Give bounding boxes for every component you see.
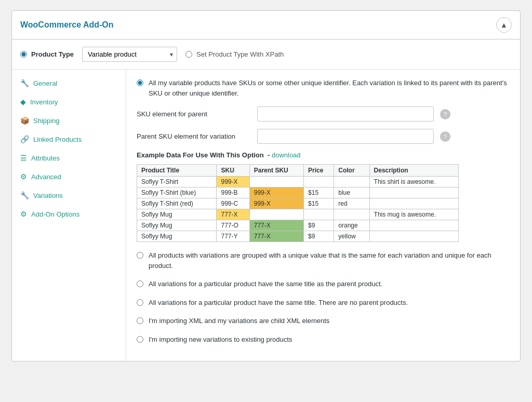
cell-parent-sku: 999-X xyxy=(249,187,303,198)
radio-option-2-input[interactable] xyxy=(137,252,143,259)
radio-option-2-label: All products with variations are grouped… xyxy=(149,250,510,271)
xpath-option[interactable]: Set Product Type With XPath xyxy=(185,50,284,58)
woocommerce-addon-panel: WooCommerce Add-On ▲ Product Type Variab… xyxy=(11,10,521,361)
gear-icon: ⚙ xyxy=(20,172,27,181)
cell-color xyxy=(334,177,369,187)
sidebar-item-label: Variations xyxy=(33,192,63,199)
sku-parent-input[interactable] xyxy=(257,106,434,122)
sidebar-item-label: Linked Products xyxy=(33,136,82,143)
example-heading: Example Data For Use With This Option - … xyxy=(137,151,510,159)
variations-icon: 🔧 xyxy=(20,191,29,199)
cell-price xyxy=(304,177,334,187)
chevron-up-icon: ▲ xyxy=(500,21,508,29)
sidebar-item-linked-products[interactable]: 🔗 Linked Products xyxy=(12,130,126,149)
collapse-button[interactable]: ▲ xyxy=(496,17,512,33)
cell-title: Soflyy T-Shirt xyxy=(137,177,217,187)
sku-variation-help-icon[interactable]: ? xyxy=(440,131,450,142)
sidebar: 🔧 General ◆ Inventory 📦 Shipping 🔗 Linke… xyxy=(12,70,126,361)
sku-variation-label: Parent SKU element for variation xyxy=(137,132,251,140)
cell-sku: 999-C xyxy=(217,198,249,209)
sidebar-item-general[interactable]: 🔧 General xyxy=(12,74,126,92)
radio-option-6-label: I'm importing new variations to existing… xyxy=(149,334,292,345)
sku-parent-label: SKU element for parent xyxy=(137,110,251,118)
radio-option-5[interactable]: I'm importing XML and my variations are … xyxy=(137,316,510,326)
addon-icon: ⚙ xyxy=(20,210,27,218)
cell-title: Soflyy T-Shirt (blue) xyxy=(137,187,217,198)
sidebar-item-label: Inventory xyxy=(30,98,58,106)
table-row: Soflyy Mug 777-O 777-X $9 orange xyxy=(137,220,459,231)
radio-option-5-label: I'm importing XML and my variations are … xyxy=(149,316,329,326)
sidebar-item-label: General xyxy=(33,79,57,87)
sidebar-item-shipping[interactable]: 📦 Shipping xyxy=(12,111,126,130)
cell-parent-sku: 999-X xyxy=(249,198,303,209)
panel-title: WooCommerce Add-On xyxy=(20,20,114,30)
panel-header: WooCommerce Add-On ▲ xyxy=(12,11,520,39)
table-row: Soflyy Mug 777-Y 777-X $9 yellow xyxy=(137,231,459,242)
cell-sku: 777-X xyxy=(217,209,249,220)
sidebar-item-label: Shipping xyxy=(33,117,60,125)
cell-price: $15 xyxy=(304,187,334,198)
radio-option-2[interactable]: All products with variations are grouped… xyxy=(137,250,510,271)
radio-option-6-input[interactable] xyxy=(137,336,143,343)
cell-parent-sku: 777-X xyxy=(249,220,303,231)
sidebar-item-variations[interactable]: 🔧 Variations xyxy=(12,186,126,205)
sku-parent-help-icon[interactable]: ? xyxy=(440,109,450,119)
col-price: Price xyxy=(304,165,334,177)
cell-color: orange xyxy=(334,220,369,231)
radio-option-3[interactable]: All variations for a particular product … xyxy=(137,279,510,289)
cell-sku: 777-Y xyxy=(217,231,249,242)
main-content: All my variable products have SKUs or so… xyxy=(126,70,520,361)
sidebar-item-attributes[interactable]: ☰ Attributes xyxy=(12,149,126,167)
cell-parent-sku xyxy=(249,177,303,187)
product-type-select[interactable]: Variable product Simple product Grouped … xyxy=(82,47,177,62)
xpath-radio[interactable] xyxy=(185,51,192,58)
radio-option-3-label: All variations for a particular product … xyxy=(149,279,382,289)
table-row: Soflyy T-Shirt (red) 999-C 999-X $15 red xyxy=(137,198,459,209)
attributes-icon: ☰ xyxy=(20,154,27,162)
diamond-icon: ◆ xyxy=(20,98,26,106)
radio-option-4-label: All variations for a particular product … xyxy=(149,298,408,308)
cell-sku: 999-B xyxy=(217,187,249,198)
example-table: Product Title SKU Parent SKU Price Color… xyxy=(137,164,459,242)
cell-sku: 777-O xyxy=(217,220,249,231)
radio-option-1[interactable]: All my variable products have SKUs or so… xyxy=(137,78,510,98)
product-type-radio[interactable] xyxy=(20,51,27,58)
product-type-label[interactable]: Product Type xyxy=(20,50,74,58)
sku-variation-input[interactable] xyxy=(257,129,434,144)
radio-option-1-input[interactable] xyxy=(137,79,143,86)
sku-parent-row: SKU element for parent ? xyxy=(137,106,510,122)
cell-price: $9 xyxy=(304,220,334,231)
radio-option-6[interactable]: I'm importing new variations to existing… xyxy=(137,334,510,345)
radio-option-5-input[interactable] xyxy=(137,317,143,324)
shipping-icon: 📦 xyxy=(20,116,29,125)
cell-description xyxy=(369,231,458,242)
product-type-row: Product Type Variable product Simple pro… xyxy=(12,39,520,70)
cell-price: $15 xyxy=(304,198,334,209)
table-row: Soflyy T-Shirt 999-X This shirt is aweso… xyxy=(137,177,459,187)
link-icon: 🔗 xyxy=(20,135,29,143)
radio-option-4-input[interactable] xyxy=(137,299,143,306)
sidebar-item-label: Advanced xyxy=(31,173,61,181)
product-type-select-wrap: Variable product Simple product Grouped … xyxy=(82,47,177,62)
cell-title: Soflyy T-Shirt (red) xyxy=(137,198,217,209)
cell-color: red xyxy=(334,198,369,209)
table-row: Soflyy Mug 777-X This mug is awesome. xyxy=(137,209,459,220)
col-sku: SKU xyxy=(217,165,249,177)
sidebar-item-label: Attributes xyxy=(31,154,60,162)
cell-title: Soflyy Mug xyxy=(137,220,217,231)
sidebar-item-advanced[interactable]: ⚙ Advanced xyxy=(12,167,126,186)
sidebar-item-addon-options[interactable]: ⚙ Add-On Options xyxy=(12,205,126,223)
table-row: Soflyy T-Shirt (blue) 999-B 999-X $15 bl… xyxy=(137,187,459,198)
cell-sku: 999-X xyxy=(217,177,249,187)
radio-option-4[interactable]: All variations for a particular product … xyxy=(137,298,510,308)
col-color: Color xyxy=(334,165,369,177)
cell-price xyxy=(304,209,334,220)
cell-description: This mug is awesome. xyxy=(369,209,458,220)
cell-description: This shirt is awesome. xyxy=(369,177,458,187)
example-download-link[interactable]: download xyxy=(272,151,301,159)
cell-title: Soflyy Mug xyxy=(137,231,217,242)
sidebar-item-inventory[interactable]: ◆ Inventory xyxy=(12,92,126,111)
cell-parent-sku: 777-X xyxy=(249,231,303,242)
radio-option-3-input[interactable] xyxy=(137,280,143,287)
sku-variation-row: Parent SKU element for variation ? xyxy=(137,129,510,144)
